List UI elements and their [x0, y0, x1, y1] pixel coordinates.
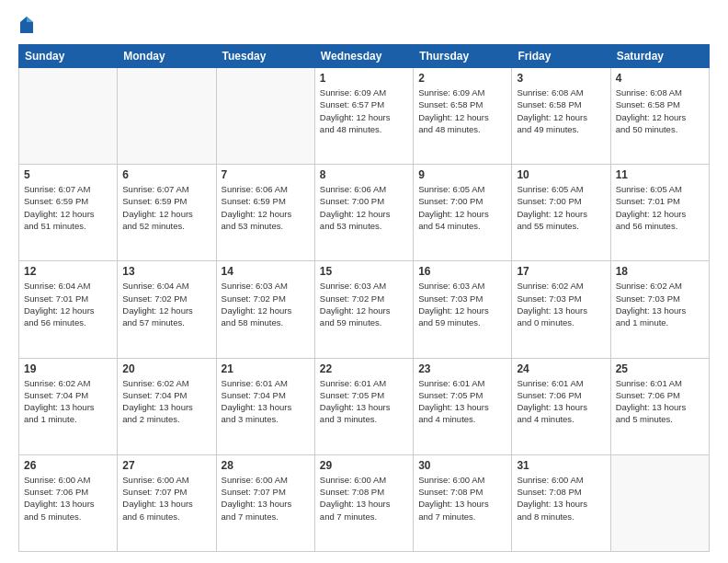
calendar-cell [216, 68, 314, 165]
day-number: 31 [517, 459, 605, 472]
logo-icon [18, 15, 35, 35]
day-info: Sunrise: 6:08 AM Sunset: 6:58 PM Dayligh… [616, 86, 704, 135]
day-info: Sunrise: 6:09 AM Sunset: 6:57 PM Dayligh… [320, 86, 408, 135]
weekday-header: Wednesday [314, 45, 413, 68]
day-info: Sunrise: 6:00 AM Sunset: 7:07 PM Dayligh… [222, 474, 310, 523]
calendar-cell [118, 68, 216, 165]
day-number: 10 [517, 168, 605, 181]
weekday-header: Monday [118, 45, 216, 68]
day-info: Sunrise: 6:03 AM Sunset: 7:02 PM Dayligh… [320, 280, 408, 328]
weekday-header: Tuesday [216, 45, 314, 68]
calendar-header-row: SundayMondayTuesdayWednesdayThursdayFrid… [19, 45, 710, 68]
day-info: Sunrise: 6:06 AM Sunset: 6:59 PM Dayligh… [222, 183, 310, 232]
calendar-cell: 30Sunrise: 6:00 AM Sunset: 7:08 PM Dayli… [414, 454, 512, 551]
day-info: Sunrise: 6:00 AM Sunset: 7:08 PM Dayligh… [320, 474, 408, 523]
week-row: 12Sunrise: 6:04 AM Sunset: 7:01 PM Dayli… [19, 261, 710, 358]
calendar-cell: 26Sunrise: 6:00 AM Sunset: 7:06 PM Dayli… [19, 454, 118, 551]
calendar-cell: 13Sunrise: 6:04 AM Sunset: 7:02 PM Dayli… [118, 261, 216, 358]
day-info: Sunrise: 6:01 AM Sunset: 7:06 PM Dayligh… [517, 377, 605, 426]
day-number: 22 [320, 362, 408, 375]
calendar-cell: 8Sunrise: 6:06 AM Sunset: 7:00 PM Daylig… [314, 165, 413, 261]
calendar-cell: 31Sunrise: 6:00 AM Sunset: 7:08 PM Dayli… [512, 454, 610, 551]
calendar-cell: 23Sunrise: 6:01 AM Sunset: 7:05 PM Dayli… [414, 358, 512, 454]
day-number: 24 [517, 362, 605, 375]
day-info: Sunrise: 6:07 AM Sunset: 6:59 PM Dayligh… [122, 183, 210, 232]
day-number: 2 [418, 72, 506, 85]
week-row: 1Sunrise: 6:09 AM Sunset: 6:57 PM Daylig… [19, 68, 710, 165]
day-info: Sunrise: 6:03 AM Sunset: 7:02 PM Dayligh… [222, 280, 310, 328]
calendar-cell [610, 454, 709, 551]
calendar-cell: 27Sunrise: 6:00 AM Sunset: 7:07 PM Dayli… [118, 454, 216, 551]
day-info: Sunrise: 6:00 AM Sunset: 7:07 PM Dayligh… [122, 474, 210, 523]
day-number: 18 [616, 265, 704, 278]
day-info: Sunrise: 6:00 AM Sunset: 7:06 PM Dayligh… [24, 474, 112, 523]
day-info: Sunrise: 6:01 AM Sunset: 7:06 PM Dayligh… [616, 377, 704, 426]
calendar-cell: 15Sunrise: 6:03 AM Sunset: 7:02 PM Dayli… [314, 261, 413, 358]
logo [18, 15, 39, 35]
calendar-cell: 16Sunrise: 6:03 AM Sunset: 7:03 PM Dayli… [414, 261, 512, 358]
day-info: Sunrise: 6:00 AM Sunset: 7:08 PM Dayligh… [418, 474, 506, 523]
day-number: 5 [24, 168, 112, 181]
calendar-cell: 2Sunrise: 6:09 AM Sunset: 6:58 PM Daylig… [414, 68, 512, 165]
day-number: 30 [418, 459, 506, 472]
calendar-cell: 25Sunrise: 6:01 AM Sunset: 7:06 PM Dayli… [610, 358, 709, 454]
day-info: Sunrise: 6:06 AM Sunset: 7:00 PM Dayligh… [320, 183, 408, 232]
day-number: 6 [122, 168, 210, 181]
calendar-cell: 28Sunrise: 6:00 AM Sunset: 7:07 PM Dayli… [216, 454, 314, 551]
week-row: 19Sunrise: 6:02 AM Sunset: 7:04 PM Dayli… [19, 358, 710, 454]
calendar-cell: 17Sunrise: 6:02 AM Sunset: 7:03 PM Dayli… [512, 261, 610, 358]
day-info: Sunrise: 6:01 AM Sunset: 7:05 PM Dayligh… [418, 377, 506, 426]
calendar-cell: 19Sunrise: 6:02 AM Sunset: 7:04 PM Dayli… [19, 358, 118, 454]
weekday-header: Friday [512, 45, 610, 68]
calendar-cell: 12Sunrise: 6:04 AM Sunset: 7:01 PM Dayli… [19, 261, 118, 358]
day-info: Sunrise: 6:02 AM Sunset: 7:04 PM Dayligh… [122, 377, 210, 426]
calendar-cell: 21Sunrise: 6:01 AM Sunset: 7:04 PM Dayli… [216, 358, 314, 454]
calendar-cell: 5Sunrise: 6:07 AM Sunset: 6:59 PM Daylig… [19, 165, 118, 261]
week-row: 26Sunrise: 6:00 AM Sunset: 7:06 PM Dayli… [19, 454, 710, 551]
day-number: 7 [222, 168, 310, 181]
calendar-cell: 9Sunrise: 6:05 AM Sunset: 7:00 PM Daylig… [414, 165, 512, 261]
day-info: Sunrise: 6:02 AM Sunset: 7:04 PM Dayligh… [24, 377, 112, 426]
day-number: 25 [616, 362, 704, 375]
day-number: 11 [616, 168, 704, 181]
day-info: Sunrise: 6:09 AM Sunset: 6:58 PM Dayligh… [418, 86, 506, 135]
day-info: Sunrise: 6:01 AM Sunset: 7:05 PM Dayligh… [320, 377, 408, 426]
day-info: Sunrise: 6:05 AM Sunset: 7:00 PM Dayligh… [517, 183, 605, 232]
day-number: 13 [122, 265, 210, 278]
calendar-cell: 11Sunrise: 6:05 AM Sunset: 7:01 PM Dayli… [610, 165, 709, 261]
calendar-cell: 14Sunrise: 6:03 AM Sunset: 7:02 PM Dayli… [216, 261, 314, 358]
calendar-cell: 3Sunrise: 6:08 AM Sunset: 6:58 PM Daylig… [512, 68, 610, 165]
day-number: 27 [122, 459, 210, 472]
calendar-page: SundayMondayTuesdayWednesdayThursdayFrid… [0, 0, 728, 563]
day-number: 9 [418, 168, 506, 181]
day-info: Sunrise: 6:03 AM Sunset: 7:03 PM Dayligh… [418, 280, 506, 328]
day-number: 14 [222, 265, 310, 278]
weekday-header: Sunday [19, 45, 118, 68]
day-number: 23 [418, 362, 506, 375]
day-info: Sunrise: 6:00 AM Sunset: 7:08 PM Dayligh… [517, 474, 605, 523]
day-number: 1 [320, 72, 408, 85]
weekday-header: Saturday [610, 45, 709, 68]
calendar-cell: 7Sunrise: 6:06 AM Sunset: 6:59 PM Daylig… [216, 165, 314, 261]
day-info: Sunrise: 6:04 AM Sunset: 7:02 PM Dayligh… [122, 280, 210, 328]
calendar-cell: 6Sunrise: 6:07 AM Sunset: 6:59 PM Daylig… [118, 165, 216, 261]
day-number: 20 [122, 362, 210, 375]
day-info: Sunrise: 6:08 AM Sunset: 6:58 PM Dayligh… [517, 86, 605, 135]
day-number: 21 [222, 362, 310, 375]
day-number: 8 [320, 168, 408, 181]
day-number: 28 [222, 459, 310, 472]
day-info: Sunrise: 6:02 AM Sunset: 7:03 PM Dayligh… [517, 280, 605, 328]
day-number: 15 [320, 265, 408, 278]
calendar-cell: 22Sunrise: 6:01 AM Sunset: 7:05 PM Dayli… [314, 358, 413, 454]
calendar-cell: 29Sunrise: 6:00 AM Sunset: 7:08 PM Dayli… [314, 454, 413, 551]
day-info: Sunrise: 6:02 AM Sunset: 7:03 PM Dayligh… [616, 280, 704, 328]
day-info: Sunrise: 6:07 AM Sunset: 6:59 PM Dayligh… [24, 183, 112, 232]
calendar-cell: 10Sunrise: 6:05 AM Sunset: 7:00 PM Dayli… [512, 165, 610, 261]
calendar-cell: 4Sunrise: 6:08 AM Sunset: 6:58 PM Daylig… [610, 68, 709, 165]
week-row: 5Sunrise: 6:07 AM Sunset: 6:59 PM Daylig… [19, 165, 710, 261]
calendar-cell: 18Sunrise: 6:02 AM Sunset: 7:03 PM Dayli… [610, 261, 709, 358]
day-number: 3 [517, 72, 605, 85]
day-info: Sunrise: 6:01 AM Sunset: 7:04 PM Dayligh… [222, 377, 310, 426]
calendar-cell [19, 68, 118, 165]
calendar-table: SundayMondayTuesdayWednesdayThursdayFrid… [18, 44, 710, 552]
